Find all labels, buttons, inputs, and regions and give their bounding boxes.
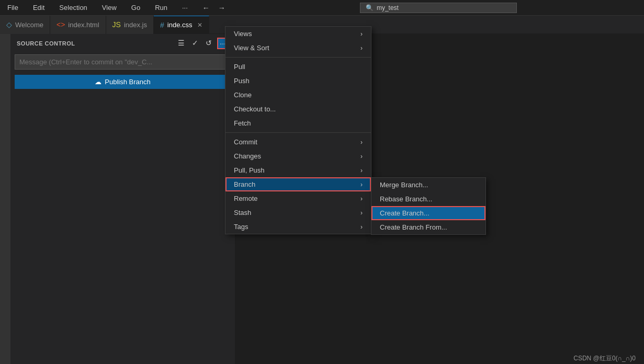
menu-view-sort[interactable]: View & Sort › bbox=[225, 41, 371, 55]
menu-remote-label: Remote bbox=[234, 195, 258, 202]
menu-edit[interactable]: Edit bbox=[30, 3, 48, 13]
menu-pull-label: Pull bbox=[234, 63, 245, 71]
menu-clone-label: Clone bbox=[234, 91, 252, 99]
sc-check-icon[interactable]: ✓ bbox=[190, 38, 200, 49]
search-text: my_test bbox=[377, 4, 399, 12]
submenu-rebase-branch[interactable]: Rebase Branch... bbox=[371, 192, 485, 206]
branch-row-container: Branch › Merge Branch... Rebase Branch..… bbox=[225, 177, 371, 191]
menu-push-label: Push bbox=[234, 77, 250, 85]
js-icon: JS bbox=[112, 20, 121, 29]
nav-back-icon[interactable]: ← bbox=[199, 3, 213, 13]
merge-branch-label: Merge Branch... bbox=[380, 181, 428, 189]
context-menu-overlay: Views › View & Sort › Pull Push Clone Ch… bbox=[225, 26, 371, 234]
menu-selection[interactable]: Selection bbox=[56, 3, 90, 13]
rebase-branch-label: Rebase Branch... bbox=[380, 195, 432, 203]
arrow-icon: › bbox=[360, 153, 363, 160]
source-control-panel: SOURCE CONTROL ☰ ✓ ↺ ··· ☁ Publish Branc… bbox=[10, 34, 235, 364]
sc-list-icon[interactable]: ☰ bbox=[176, 38, 187, 49]
separator-2 bbox=[225, 132, 371, 133]
menu-view-sort-label: View & Sort bbox=[234, 44, 269, 52]
separator-1 bbox=[225, 57, 371, 58]
branch-submenu: Merge Branch... Rebase Branch... Create … bbox=[371, 177, 486, 235]
cloud-icon: ☁ bbox=[95, 78, 101, 86]
tab-inde-css[interactable]: # inde.css ✕ bbox=[154, 16, 210, 34]
menu-tags-label: Tags bbox=[234, 223, 248, 231]
arrow-icon: › bbox=[360, 167, 363, 174]
menu-checkout[interactable]: Checkout to... bbox=[225, 102, 371, 116]
menu-changes-label: Changes bbox=[234, 152, 261, 160]
tab-js-label: index.js bbox=[124, 21, 147, 29]
menu-pull[interactable]: Pull bbox=[225, 60, 371, 74]
sc-header: SOURCE CONTROL ☰ ✓ ↺ ··· bbox=[10, 34, 235, 52]
menu-more[interactable]: ··· bbox=[179, 3, 191, 13]
create-branch-label: Create Branch... bbox=[380, 209, 430, 217]
menu-views-label: Views bbox=[234, 30, 252, 38]
tab-css-label: inde.css bbox=[167, 21, 193, 29]
menu-views[interactable]: Views › bbox=[225, 27, 371, 41]
menu-go[interactable]: Go bbox=[128, 3, 143, 13]
menu-commit-label: Commit bbox=[234, 138, 257, 146]
tab-welcome[interactable]: ◇ Welcome bbox=[0, 16, 50, 34]
menu-pull-push[interactable]: Pull, Push › bbox=[225, 163, 371, 177]
tab-html-label: index.html bbox=[68, 21, 99, 29]
bottom-bar: CSDN @红豆0(∩_∩)0 bbox=[565, 353, 644, 364]
menu-fetch-label: Fetch bbox=[234, 119, 251, 127]
menu-view[interactable]: View bbox=[99, 3, 120, 13]
menu-push[interactable]: Push bbox=[225, 74, 371, 88]
context-menu: Views › View & Sort › Pull Push Clone Ch… bbox=[225, 26, 371, 234]
arrow-icon: › bbox=[360, 223, 363, 231]
publish-branch-button[interactable]: ☁ Publish Branch bbox=[15, 75, 231, 89]
tab-index-js[interactable]: JS index.js bbox=[106, 16, 154, 34]
menu-changes[interactable]: Changes › bbox=[225, 149, 371, 163]
search-input-display[interactable]: 🔍 my_test bbox=[360, 3, 517, 13]
menu-branch-label: Branch bbox=[234, 180, 255, 188]
arrow-icon: › bbox=[360, 44, 363, 52]
arrow-icon: › bbox=[360, 181, 363, 188]
submenu-create-branch-from[interactable]: Create Branch From... bbox=[371, 220, 485, 234]
activity-bar bbox=[0, 34, 10, 364]
search-bar: 🔍 my_test bbox=[237, 3, 640, 13]
submenu-merge-branch[interactable]: Merge Branch... bbox=[371, 178, 485, 192]
search-icon: 🔍 bbox=[366, 4, 374, 12]
menu-commit[interactable]: Commit › bbox=[225, 135, 371, 149]
menu-file[interactable]: File bbox=[4, 3, 21, 13]
menu-stash[interactable]: Stash › bbox=[225, 206, 371, 220]
menu-branch[interactable]: Branch › bbox=[225, 177, 371, 191]
arrow-icon: › bbox=[360, 209, 363, 217]
tab-welcome-label: Welcome bbox=[15, 21, 43, 29]
menu-stash-label: Stash bbox=[234, 209, 251, 217]
sc-title: SOURCE CONTROL bbox=[17, 40, 176, 47]
nav-arrows: ← → bbox=[199, 3, 229, 13]
commit-message-input[interactable] bbox=[15, 54, 231, 70]
menu-tags[interactable]: Tags › bbox=[225, 220, 371, 234]
submenu-create-branch[interactable]: Create Branch... bbox=[371, 206, 485, 220]
arrow-icon: › bbox=[360, 195, 363, 202]
sc-refresh-icon[interactable]: ↺ bbox=[204, 38, 214, 49]
create-branch-from-label: Create Branch From... bbox=[380, 223, 447, 231]
css-icon: # bbox=[160, 21, 164, 29]
menu-remote[interactable]: Remote › bbox=[225, 191, 371, 206]
close-icon[interactable]: ✕ bbox=[197, 21, 202, 29]
arrow-icon: › bbox=[360, 139, 363, 146]
menu-run[interactable]: Run bbox=[152, 3, 171, 13]
menu-fetch[interactable]: Fetch bbox=[225, 116, 371, 130]
nav-forward-icon[interactable]: → bbox=[215, 3, 229, 13]
publish-btn-label: Publish Branch bbox=[105, 78, 150, 86]
welcome-icon: ◇ bbox=[6, 20, 12, 29]
arrow-icon: › bbox=[360, 30, 363, 38]
title-bar: File Edit Selection View Go Run ··· ← → … bbox=[0, 0, 644, 16]
menu-checkout-label: Checkout to... bbox=[234, 105, 276, 113]
tab-index-html[interactable]: <> index.html bbox=[50, 16, 106, 34]
html-icon: <> bbox=[57, 20, 65, 29]
sc-actions: ☰ ✓ ↺ ··· bbox=[176, 38, 229, 49]
bottom-bar-text: CSDN @红豆0(∩_∩)0 bbox=[573, 355, 636, 362]
menu-clone[interactable]: Clone bbox=[225, 88, 371, 102]
branch-submenu-container: Branch › Merge Branch... Rebase Branch..… bbox=[225, 177, 371, 191]
menu-pull-push-label: Pull, Push bbox=[234, 166, 265, 174]
